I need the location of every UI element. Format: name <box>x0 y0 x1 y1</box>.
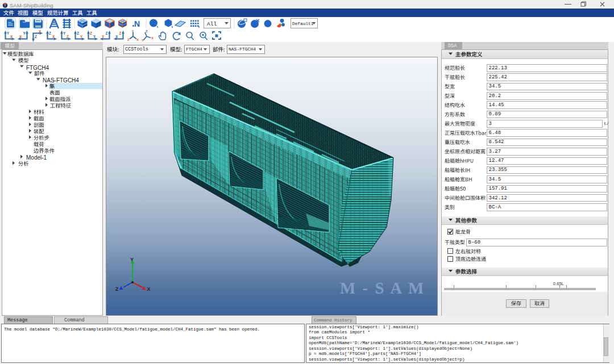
svg-text:X: X <box>19 35 22 39</box>
svg-text:X: X <box>115 35 118 39</box>
svg-text:Z: Z <box>67 35 69 39</box>
svg-text:Z: Z <box>35 35 37 39</box>
svg-text:Default1: Default1 <box>292 22 314 26</box>
svg-text:Y: Y <box>7 31 10 35</box>
svg-text:X: X <box>39 30 42 34</box>
svg-text:X: X <box>10 35 13 39</box>
svg-text:Y: Y <box>93 35 96 39</box>
svg-text:Z: Z <box>146 30 148 33</box>
svg-text:Z: Z <box>115 286 119 292</box>
svg-text:Y: Y <box>102 35 105 39</box>
svg-text:X: X <box>52 35 55 39</box>
svg-text:Z: Z <box>106 31 108 35</box>
svg-text:Y: Y <box>132 30 134 33</box>
svg-text:Z: Z <box>119 31 122 35</box>
svg-text:Y: Y <box>63 31 66 35</box>
svg-text:X: X <box>151 36 154 40</box>
svg-text:X: X <box>136 38 139 41</box>
svg-text:Z: Z <box>127 38 130 41</box>
svg-text:Y: Y <box>130 257 134 262</box>
svg-text:All: All <box>207 21 217 27</box>
svg-text:Y: Y <box>80 35 83 39</box>
svg-text:Z: Z <box>49 31 51 35</box>
svg-text:Y: Y <box>23 31 26 35</box>
svg-text:X: X <box>147 286 151 292</box>
svg-text:M - S A M: M - S A M <box>340 279 425 297</box>
svg-text:N: N <box>134 19 140 28</box>
svg-text:Z: Z <box>90 31 92 35</box>
svg-text:Y: Y <box>142 39 144 42</box>
svg-text:Z: Z <box>77 31 79 35</box>
